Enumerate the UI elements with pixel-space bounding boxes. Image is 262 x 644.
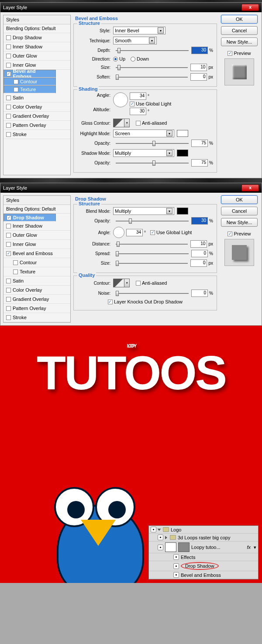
chevron-right-icon[interactable] [165,536,167,539]
spread-slider[interactable] [116,251,189,257]
spread-input[interactable]: 0 [191,250,208,257]
soften-input[interactable]: 0 [190,73,207,81]
antialiased-checkbox[interactable] [136,121,141,126]
checkbox[interactable]: ✓ [6,251,11,256]
style-item-stroke[interactable]: Stroke [3,130,70,139]
size-slider[interactable] [116,65,188,71]
chevron-down-icon[interactable]: ▾ [166,208,172,214]
checkbox[interactable] [13,260,18,265]
checkbox[interactable]: ✓ [7,72,11,76]
preview-checkbox[interactable]: ✓ [228,51,232,56]
style-item-satin[interactable]: Satin [3,276,70,286]
chevron-down-icon[interactable]: ▾ [254,545,256,550]
visibility-icon[interactable] [158,545,163,550]
shadow-mode-select[interactable]: Multiply▾ [113,149,174,157]
mask-thumbnail[interactable] [178,542,190,552]
checkbox[interactable] [14,79,18,84]
layer-group-row[interactable]: Logo [149,526,258,534]
technique-select[interactable]: Smooth▾ [113,37,157,44]
style-item-inner-glow[interactable]: Inner Glow [3,240,70,249]
checkbox[interactable]: ✓ [7,215,11,220]
chevron-down-icon[interactable]: ▾ [124,279,130,287]
style-item-inner-shadow[interactable]: Inner Shadow [3,221,70,231]
ok-button[interactable]: OK [221,195,258,204]
noise-slider[interactable] [116,290,189,296]
style-item-pattern-overlay[interactable]: Pattern Overlay [3,121,70,130]
checkbox[interactable] [6,63,11,68]
checkbox[interactable] [6,35,11,40]
style-item-gradient-overlay[interactable]: Gradient Overlay [3,112,70,121]
visibility-icon[interactable] [151,527,156,532]
gloss-contour[interactable] [113,119,124,127]
style-item-contour[interactable]: Contour [3,258,70,267]
highlight-mode-select[interactable]: Screen▾ [113,129,174,137]
checkbox[interactable] [6,132,11,137]
angle-input[interactable]: 34 [126,229,143,236]
checkbox[interactable] [14,87,18,92]
highlight-opacity-input[interactable]: 75 [191,140,208,147]
preview-checkbox[interactable]: ✓ [228,232,232,236]
style-item-texture[interactable]: Texture [3,267,70,276]
style-item-bevel-emboss[interactable]: ✓Bevel and Emboss [3,249,70,258]
size-input[interactable]: 10 [190,64,207,71]
style-select[interactable]: Inner Bevel▾ [113,27,165,34]
checkbox[interactable] [6,315,11,320]
style-item-drop-shadow[interactable]: ✓Drop Shadow [3,214,56,221]
cancel-button[interactable]: Cancel [221,26,258,35]
visibility-icon[interactable] [173,572,179,578]
opacity-slider[interactable] [116,218,189,224]
checkbox[interactable] [6,123,11,128]
style-item-color-overlay[interactable]: Color Overlay [3,286,70,295]
checkbox[interactable] [6,288,11,293]
checkbox[interactable] [6,44,11,49]
shadow-opacity-slider[interactable] [116,160,189,166]
style-item-color-overlay[interactable]: Color Overlay [3,102,70,112]
depth-slider[interactable] [116,48,189,54]
style-item-contour[interactable]: Contour [3,78,56,85]
angle-input[interactable]: 34 [130,92,146,100]
layer-row[interactable]: Loopy tutoo...fx▾ [149,542,258,553]
checkbox[interactable] [13,269,18,274]
close-icon[interactable]: x [241,184,259,191]
checkbox[interactable] [6,224,11,228]
altitude-input[interactable]: 30 [130,108,146,115]
style-item-bevel-emboss[interactable]: ✓Bevel and Emboss [3,70,56,78]
blend-mode-select[interactable]: Multiply▾ [113,207,174,215]
effects-row[interactable]: Effects [149,553,258,561]
checkbox[interactable] [6,233,11,238]
style-item-texture[interactable]: Texture [3,85,56,93]
checkbox[interactable] [6,279,11,283]
checkbox[interactable] [6,105,11,109]
style-item-stroke[interactable]: Stroke [3,313,70,322]
angle-widget[interactable] [113,227,124,238]
styles-header[interactable]: Styles [3,15,70,24]
styles-header[interactable]: Styles [3,196,70,205]
chevron-down-icon[interactable]: ▾ [158,27,164,34]
layer-subgroup-row[interactable]: 3d Loops raster big copy [149,534,258,542]
checkbox[interactable] [6,114,11,119]
chevron-down-icon[interactable]: ▾ [124,119,130,127]
size-slider[interactable] [116,260,188,266]
style-item-outer-glow[interactable]: Outer Glow [3,51,70,61]
visibility-icon[interactable] [173,554,179,560]
distance-input[interactable]: 10 [190,240,207,248]
highlight-opacity-slider[interactable] [116,140,189,147]
style-item-outer-glow[interactable]: Outer Glow [3,231,70,240]
up-radio[interactable] [113,57,118,61]
style-item-pattern-overlay[interactable]: Pattern Overlay [3,304,70,313]
global-light-checkbox[interactable]: ✓ [150,230,155,235]
effect-bevel-row[interactable]: Bevel and Emboss [149,571,258,579]
new-style-button[interactable]: New Style... [221,37,258,46]
shadow-color-swatch[interactable] [177,150,188,157]
style-item-inner-shadow[interactable]: Inner Shadow [3,42,70,51]
contour-picker[interactable] [113,279,124,287]
checkbox[interactable] [6,242,11,247]
style-item-drop-shadow[interactable]: Drop Shadow [3,33,70,42]
visibility-icon[interactable] [158,535,163,540]
noise-input[interactable]: 0 [191,290,208,297]
blending-options[interactable]: Blending Options: Default [3,205,70,214]
layer-thumbnail[interactable] [165,542,176,552]
highlight-color-swatch[interactable] [177,130,188,137]
checkbox[interactable] [6,297,11,302]
shadow-opacity-input[interactable]: 75 [191,159,208,167]
